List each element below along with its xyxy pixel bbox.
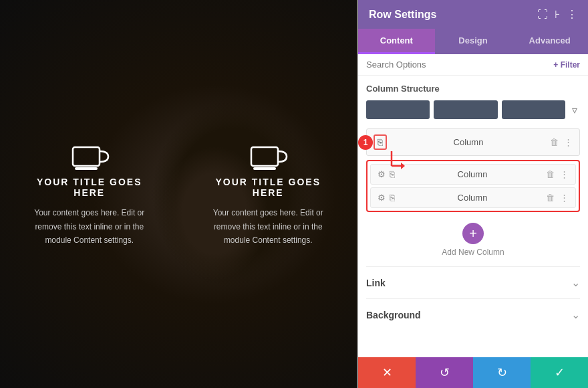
- outer-column-label: Column: [387, 137, 550, 147]
- trash-icon-outer[interactable]: 🗑: [550, 137, 559, 147]
- inner-column-row-2: ⚙ ⎘ Column 🗑 ⋮: [370, 187, 576, 208]
- column-structure-selector: ▿: [366, 100, 580, 119]
- more-icon-1[interactable]: ⋮: [560, 169, 569, 179]
- header-icons: ⛶ ⊦ ⋮: [537, 8, 577, 21]
- highlighted-columns: ⚙ ⎘ Column 🗑 ⋮ ⚙ ⎘ Column: [366, 160, 580, 212]
- col1-text: Your content goes here. Edit or remove t…: [29, 206, 150, 247]
- more-options-icon[interactable]: ⋮: [567, 8, 577, 21]
- background-section: Background ⌄: [366, 298, 580, 330]
- inner-column-1-label: Column: [399, 169, 546, 179]
- more-icon-outer[interactable]: ⋮: [564, 137, 573, 147]
- col-structure-btn-2[interactable]: [434, 100, 497, 119]
- cancel-button[interactable]: ✕: [358, 357, 416, 388]
- settings-panel: Row Settings ⛶ ⊦ ⋮ Content Design Advanc…: [357, 0, 588, 388]
- search-bar: + Filter: [358, 54, 588, 76]
- cup-icon-2: [248, 140, 288, 174]
- outer-column-row: ⎘ Column 🗑 ⋮: [366, 128, 580, 156]
- panel-title: Row Settings: [369, 9, 436, 21]
- columns-list: 1 ⎘ Column 🗑 ⋮: [366, 128, 580, 212]
- gear-icon-1[interactable]: ⚙: [378, 169, 386, 179]
- inner-col2-left-icons: ⚙ ⎘: [378, 193, 395, 203]
- tab-content[interactable]: Content: [358, 29, 435, 54]
- fullscreen-icon[interactable]: ⛶: [537, 9, 548, 21]
- inner-col1-actions: 🗑 ⋮: [546, 169, 569, 179]
- tab-advanced[interactable]: Advanced: [511, 29, 588, 54]
- col-structure-btn-1[interactable]: [366, 100, 430, 119]
- panel-header: Row Settings ⛶ ⊦ ⋮: [358, 0, 588, 29]
- col2-text: Your content goes here. Edit or remove t…: [208, 206, 328, 247]
- trash-icon-2[interactable]: 🗑: [546, 193, 555, 203]
- inner-col1-left-icons: ⚙ ⎘: [378, 169, 395, 179]
- undo-button[interactable]: ↺: [416, 357, 473, 388]
- copy-column-button-outer[interactable]: ⎘: [374, 134, 387, 150]
- save-button[interactable]: ✓: [531, 357, 588, 388]
- link-accordion-header[interactable]: Link ⌄: [366, 276, 580, 289]
- svg-rect-0: [73, 147, 100, 166]
- background-title: Background: [366, 310, 421, 320]
- background-chevron-icon: ⌄: [571, 308, 580, 321]
- link-title: Link: [366, 278, 386, 288]
- add-column-label: Add New Column: [366, 248, 580, 257]
- col1-title: YOUR TITLE GOES HERE: [29, 177, 150, 198]
- canvas-area: YOUR TITLE GOES HERE Your content goes h…: [0, 0, 357, 388]
- copy-icon-2[interactable]: ⎘: [390, 193, 395, 203]
- panel-body: Column Structure ▿ 1 ⎘ Column: [358, 76, 588, 357]
- outer-column-actions: 🗑 ⋮: [550, 137, 573, 147]
- gear-icon-2[interactable]: ⚙: [378, 193, 386, 203]
- col-structure-btn-3[interactable]: [502, 100, 565, 119]
- search-input[interactable]: [366, 60, 553, 70]
- link-section: Link ⌄: [366, 266, 580, 298]
- copy-icon-1[interactable]: ⎘: [390, 169, 395, 179]
- link-chevron-icon: ⌄: [571, 276, 580, 289]
- bottom-bar: ✕ ↺ ↻ ✓: [358, 357, 588, 388]
- step-badge: 1: [358, 135, 373, 150]
- add-column-button[interactable]: +: [462, 223, 484, 244]
- content-columns: YOUR TITLE GOES HERE Your content goes h…: [0, 0, 357, 388]
- svg-rect-1: [75, 167, 98, 170]
- inner-col2-actions: 🗑 ⋮: [546, 193, 569, 203]
- filter-button[interactable]: + Filter: [553, 60, 580, 70]
- cup-icon-1: [69, 140, 110, 174]
- add-column-area: + Add New Column: [366, 223, 580, 257]
- col-structure-arrows[interactable]: ▿: [569, 101, 580, 119]
- svg-rect-3: [253, 167, 276, 170]
- col2-title: YOUR TITLE GOES HERE: [208, 177, 328, 198]
- redo-button[interactable]: ↻: [473, 357, 531, 388]
- column-1: YOUR TITLE GOES HERE Your content goes h…: [16, 127, 163, 260]
- tabs: Content Design Advanced: [358, 29, 588, 54]
- background-accordion-header[interactable]: Background ⌄: [366, 308, 580, 321]
- outer-row-wrapper: 1 ⎘ Column 🗑 ⋮: [366, 128, 580, 156]
- inner-column-row-1: ⚙ ⎘ Column 🗑 ⋮: [370, 164, 576, 185]
- trash-icon-1[interactable]: 🗑: [546, 169, 555, 179]
- tab-design[interactable]: Design: [435, 29, 512, 54]
- column-2: YOUR TITLE GOES HERE Your content goes h…: [194, 127, 341, 260]
- svg-rect-2: [251, 147, 278, 166]
- columns-icon[interactable]: ⊦: [555, 8, 560, 21]
- more-icon-2[interactable]: ⋮: [560, 193, 569, 203]
- inner-column-2-label: Column: [399, 193, 546, 203]
- column-structure-label: Column Structure: [366, 84, 580, 94]
